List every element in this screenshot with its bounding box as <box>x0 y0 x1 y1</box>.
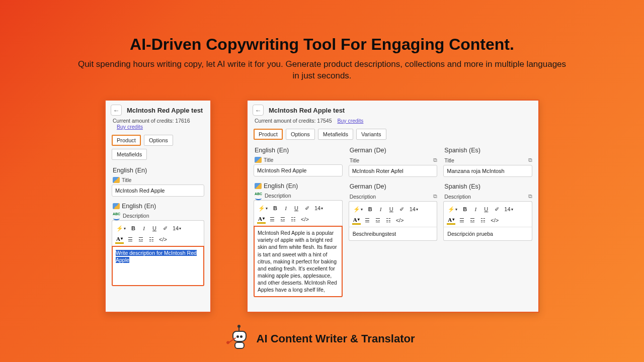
bullet-list-button[interactable]: ☰ <box>458 216 466 225</box>
robot-icon <box>229 328 250 350</box>
panel-after: ← McIntosh Red Apple test Current amount… <box>247 100 539 313</box>
description-editor-de[interactable]: Beschreibungstest <box>349 227 438 241</box>
tab-variants[interactable]: Variants <box>356 129 386 140</box>
font-size-select[interactable]: 14▾ <box>313 204 324 213</box>
number-list-button[interactable]: ☲ <box>468 216 476 225</box>
expand-icon[interactable]: ⧉ <box>528 157 532 163</box>
indent-button[interactable]: ☷ <box>384 216 392 225</box>
erase-button[interactable]: ✐ <box>303 204 311 213</box>
font-size-select[interactable]: 14▾ <box>503 205 514 214</box>
description-editor-es[interactable]: Descripción prueba <box>443 227 532 241</box>
bullet-list-button[interactable]: ☰ <box>363 216 371 225</box>
credits-count: Current amount of credits: 17545 <box>255 118 332 124</box>
headline: AI-Driven Copywriting Tool For Engaging … <box>0 35 644 54</box>
tab-options[interactable]: Options <box>144 135 173 146</box>
text-color-button[interactable]: A▾ <box>115 235 124 244</box>
erase-button[interactable]: ✐ <box>161 224 169 233</box>
spellcheck-icon <box>255 193 263 199</box>
bullet-list-button[interactable]: ☰ <box>268 215 276 224</box>
erase-button[interactable]: ✐ <box>398 205 406 214</box>
page-title: McIntosh Red Apple test <box>127 107 203 114</box>
brand-name: AI Content Writer & Translator <box>257 332 415 345</box>
panel-before: ← McIntosh Red Apple test Current amount… <box>105 100 211 313</box>
font-size-select[interactable]: 14▾ <box>172 224 182 233</box>
number-list-button[interactable]: ☲ <box>374 216 382 225</box>
erase-button[interactable]: ✐ <box>493 205 501 214</box>
description-label: Description <box>265 193 291 199</box>
spellcheck-icon <box>113 213 121 219</box>
buy-credits-link[interactable]: Buy credits <box>337 118 363 124</box>
back-button[interactable]: ← <box>253 105 264 116</box>
lang-header-en-desc: English (En) <box>264 183 298 190</box>
editor-toolbar: ⚡▾ B I U ✐ 14▾ A▾ ☰ ☲ ☷ </> <box>349 201 438 227</box>
title-input-de[interactable] <box>349 165 438 177</box>
italic-button[interactable]: I <box>471 205 479 214</box>
magic-wand-icon[interactable]: ⚡▾ <box>352 205 364 214</box>
lang-header-es-desc: Spanish (Es) <box>444 183 532 190</box>
number-list-button[interactable]: ☲ <box>137 235 145 244</box>
back-button[interactable]: ← <box>111 105 122 116</box>
lang-header-en: English (En) <box>113 167 204 174</box>
bold-button[interactable]: B <box>461 205 469 214</box>
description-editor-en[interactable]: Write description for McIntosh Red Apple <box>112 246 204 286</box>
underline-button[interactable]: U <box>482 205 490 214</box>
title-label: Title <box>122 177 131 183</box>
title-input-en[interactable] <box>112 185 204 197</box>
translate-icon <box>255 183 262 189</box>
indent-button[interactable]: ☷ <box>289 215 297 224</box>
bold-button[interactable]: B <box>366 205 374 214</box>
bold-button[interactable]: B <box>129 224 137 233</box>
text-color-button[interactable]: A▾ <box>447 216 455 225</box>
number-list-button[interactable]: ☲ <box>279 215 287 224</box>
lang-header-es: Spanish (Es) <box>444 147 532 154</box>
indent-button[interactable]: ☷ <box>147 235 155 244</box>
title-input-es[interactable] <box>443 165 532 177</box>
expand-icon[interactable]: ⧉ <box>433 193 437 200</box>
lang-header-de-desc: German (De) <box>350 183 438 190</box>
buy-credits-link[interactable]: Buy credits <box>117 124 143 130</box>
editor-toolbar: ⚡▾ B I U ✐ 14▾ A▾ ☰ ☲ ☷ </> <box>254 200 343 226</box>
underline-button[interactable]: U <box>292 204 300 213</box>
tab-options[interactable]: Options <box>286 129 315 140</box>
lang-header-en: English (En) <box>255 147 343 154</box>
lang-header-en-desc: English (En) <box>122 203 156 210</box>
description-label: Description <box>444 194 471 200</box>
description-label: Description <box>350 194 376 200</box>
underline-button[interactable]: U <box>387 205 395 214</box>
italic-button[interactable]: I <box>140 224 148 233</box>
magic-wand-icon[interactable]: ⚡▾ <box>447 205 458 214</box>
tab-product[interactable]: Product <box>254 129 283 140</box>
lang-header-de: German (De) <box>350 147 438 154</box>
italic-button[interactable]: I <box>377 205 385 214</box>
code-button[interactable]: </> <box>300 215 310 224</box>
underline-button[interactable]: U <box>150 224 158 233</box>
tab-product[interactable]: Product <box>112 135 141 146</box>
indent-button[interactable]: ☷ <box>479 216 487 225</box>
magic-wand-icon[interactable]: ⚡▾ <box>257 204 269 213</box>
tab-metafields[interactable]: Metafields <box>318 129 353 140</box>
title-input-en[interactable] <box>254 164 343 176</box>
translate-icon <box>113 177 120 183</box>
translate-icon <box>255 157 262 163</box>
page-title: McIntosh Red Apple test <box>269 107 345 114</box>
code-button[interactable]: </> <box>490 216 500 225</box>
credits-count: Current amount of credits: 17616 <box>113 118 190 124</box>
bold-button[interactable]: B <box>271 204 279 213</box>
bullet-list-button[interactable]: ☰ <box>126 235 134 244</box>
code-button[interactable]: </> <box>395 216 405 225</box>
italic-button[interactable]: I <box>282 204 290 213</box>
font-size-select[interactable]: 14▾ <box>409 205 419 214</box>
text-color-button[interactable]: A▾ <box>352 216 361 225</box>
magic-wand-icon[interactable]: ⚡▾ <box>115 224 127 233</box>
translate-icon <box>113 203 120 209</box>
description-editor-en[interactable]: McIntosh Red Apple is a popular variety … <box>254 226 343 297</box>
text-color-button[interactable]: A▾ <box>257 215 266 224</box>
title-label: Title <box>264 157 273 163</box>
title-label: Title <box>350 157 359 163</box>
description-label: Description <box>123 213 149 219</box>
expand-icon[interactable]: ⧉ <box>433 157 437 163</box>
title-label: Title <box>444 157 454 163</box>
expand-icon[interactable]: ⧉ <box>528 193 532 200</box>
code-button[interactable]: </> <box>158 235 168 244</box>
tab-metafields[interactable]: Metafields <box>112 149 147 160</box>
